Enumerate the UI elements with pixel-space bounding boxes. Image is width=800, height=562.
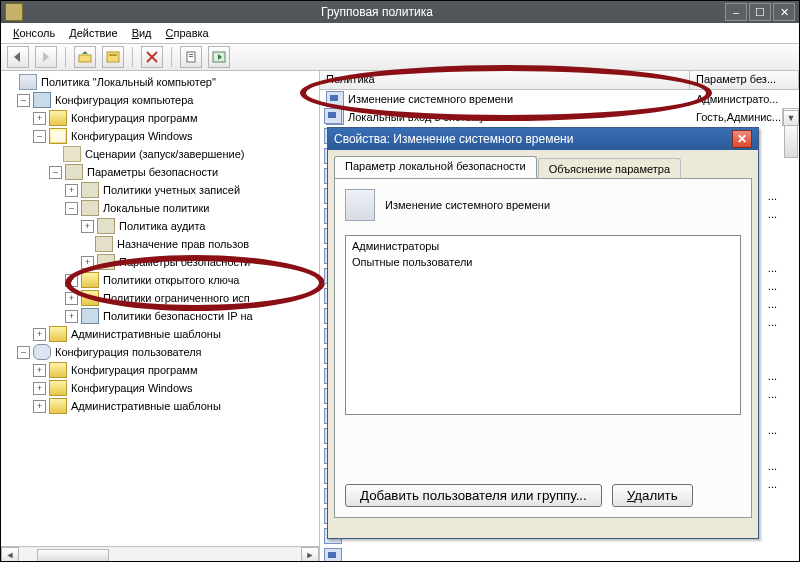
list-row[interactable]: Изменение системного времени Администрат… <box>320 90 799 108</box>
scroll-thumb[interactable] <box>784 122 798 158</box>
tree-pubkey[interactable]: Политики открытого ключа <box>103 274 239 286</box>
tree-u-admtpl[interactable]: Административные шаблоны <box>71 400 221 412</box>
expander-icon[interactable]: + <box>33 112 46 125</box>
tree-audit[interactable]: Политика аудита <box>119 220 205 232</box>
menu-action[interactable]: Действие <box>63 25 123 41</box>
svg-rect-2 <box>109 54 117 56</box>
list-vscrollbar[interactable]: ▲ ▼ <box>782 108 799 126</box>
tree-comp-conf[interactable]: Конфигурация компьютера <box>55 94 193 106</box>
menu-view[interactable]: Вид <box>126 25 158 41</box>
maximize-button[interactable]: ☐ <box>749 3 771 21</box>
tree-hscrollbar[interactable]: ◄ ► <box>1 546 319 562</box>
tree-win-conf[interactable]: Конфигурация Windows <box>71 130 193 142</box>
app-icon <box>5 3 23 21</box>
expander-icon[interactable]: – <box>65 202 78 215</box>
expander-icon[interactable]: + <box>33 328 46 341</box>
computer-icon <box>33 92 51 108</box>
tree-restr[interactable]: Политики ограниченного исп <box>103 292 250 304</box>
add-user-button[interactable]: Добавить пользователя или группу... <box>345 484 602 507</box>
toolbar-forward-button[interactable] <box>35 46 57 68</box>
toolbar-delete-button[interactable] <box>141 46 163 68</box>
menubar: Консоль Действие Вид Справка <box>1 23 799 44</box>
minimize-button[interactable]: – <box>725 3 747 21</box>
tree-soft-conf[interactable]: Конфигурация программ <box>71 112 197 124</box>
folder-icon <box>81 272 99 288</box>
window-titlebar: Групповая политика – ☐ ✕ <box>1 1 799 23</box>
tree-rights[interactable]: Назначение прав пользов <box>117 238 249 250</box>
dialog-desc: Изменение системного времени <box>385 199 550 211</box>
dialog-title: Свойства: Изменение системного времени <box>334 132 573 146</box>
users-listbox[interactable]: Администраторы Опытные пользователи <box>345 235 741 415</box>
expander-icon[interactable]: – <box>17 94 30 107</box>
col-setting[interactable]: Параметр без... <box>690 71 799 89</box>
expander-icon[interactable]: + <box>33 400 46 413</box>
expander-icon[interactable]: + <box>81 220 94 233</box>
folder-icon <box>97 254 115 270</box>
list-header: Политика Параметр без... <box>320 71 799 90</box>
folder-icon <box>49 380 67 396</box>
tree-local[interactable]: Локальные политики <box>103 202 209 214</box>
folder-icon <box>81 200 99 216</box>
toolbar-back-button[interactable] <box>7 46 29 68</box>
expander-icon[interactable]: + <box>65 292 78 305</box>
expander-icon[interactable]: – <box>33 130 46 143</box>
svg-rect-1 <box>107 52 119 62</box>
toolbar-show-button[interactable] <box>102 46 124 68</box>
svg-rect-0 <box>79 55 91 62</box>
scroll-left-icon[interactable]: ◄ <box>1 547 19 562</box>
expander-icon[interactable]: + <box>65 184 78 197</box>
delete-label-rest: далить <box>634 488 677 503</box>
row-policy: Локальный вход в систему <box>348 111 485 123</box>
tree-sec[interactable]: Параметры безопасности <box>87 166 218 178</box>
tree-ipsec[interactable]: Политики безопасности IP на <box>103 310 253 322</box>
row-tail: ... ... ... ... ... ... ... ... ... ... … <box>768 190 777 496</box>
list-item[interactable]: Администраторы <box>352 240 734 256</box>
scroll-right-icon[interactable]: ► <box>301 547 319 562</box>
tree-user-conf[interactable]: Конфигурация пользователя <box>55 346 202 358</box>
user-icon <box>33 344 51 360</box>
scroll-thumb[interactable] <box>37 549 109 562</box>
expander-icon[interactable]: + <box>33 364 46 377</box>
folder-open-icon <box>49 128 67 144</box>
tree-pane: Политика "Локальный компьютер" –Конфигур… <box>1 71 320 562</box>
folder-icon <box>81 290 99 306</box>
tree-secopt[interactable]: Параметры безопасности <box>119 256 250 268</box>
menu-help[interactable]: Справка <box>160 25 215 41</box>
dialog-close-button[interactable]: ✕ <box>732 130 752 148</box>
list-row[interactable]: Локальный вход в систему Гость,Админис..… <box>320 108 799 126</box>
expander-icon[interactable]: – <box>17 346 30 359</box>
tree-acct[interactable]: Политики учетных записей <box>103 184 240 196</box>
close-button[interactable]: ✕ <box>773 3 795 21</box>
expander-icon[interactable]: – <box>49 166 62 179</box>
menu-console[interactable]: Консоль <box>7 25 61 41</box>
row-setting: Администрато... <box>690 93 799 105</box>
policy-icon <box>326 91 344 107</box>
tab-local-security[interactable]: Параметр локальной безопасности <box>334 156 537 178</box>
list-item[interactable]: Опытные пользователи <box>352 256 734 272</box>
tree-u-win[interactable]: Конфигурация Windows <box>71 382 193 394</box>
col-policy[interactable]: Политика <box>320 71 690 89</box>
tree-u-soft[interactable]: Конфигурация программ <box>71 364 197 376</box>
window-title: Групповая политика <box>29 5 725 19</box>
tree-root[interactable]: Политика "Локальный компьютер" <box>41 76 216 88</box>
svg-rect-4 <box>189 54 193 55</box>
dialog-titlebar[interactable]: Свойства: Изменение системного времени ✕ <box>328 128 758 150</box>
expander-icon[interactable]: + <box>33 382 46 395</box>
tab-explain[interactable]: Объяснение параметра <box>538 158 681 178</box>
tree-admtpl[interactable]: Административные шаблоны <box>71 328 221 340</box>
folder-icon <box>49 110 67 126</box>
folder-icon <box>49 398 67 414</box>
svg-rect-5 <box>189 56 193 57</box>
expander-icon[interactable]: + <box>65 310 78 323</box>
toolbar-properties-button[interactable] <box>180 46 202 68</box>
expander-icon[interactable]: + <box>65 274 78 287</box>
folder-icon <box>49 362 67 378</box>
menu-console-label: онсоль <box>19 27 55 39</box>
tree-scripts[interactable]: Сценарии (запуск/завершение) <box>85 148 244 160</box>
toolbar-export-button[interactable] <box>208 46 230 68</box>
toolbar-up-button[interactable] <box>74 46 96 68</box>
scroll-down-icon[interactable]: ▼ <box>783 110 799 126</box>
folder-icon <box>81 182 99 198</box>
expander-icon[interactable]: + <box>81 256 94 269</box>
delete-button[interactable]: Удалить <box>612 484 693 507</box>
